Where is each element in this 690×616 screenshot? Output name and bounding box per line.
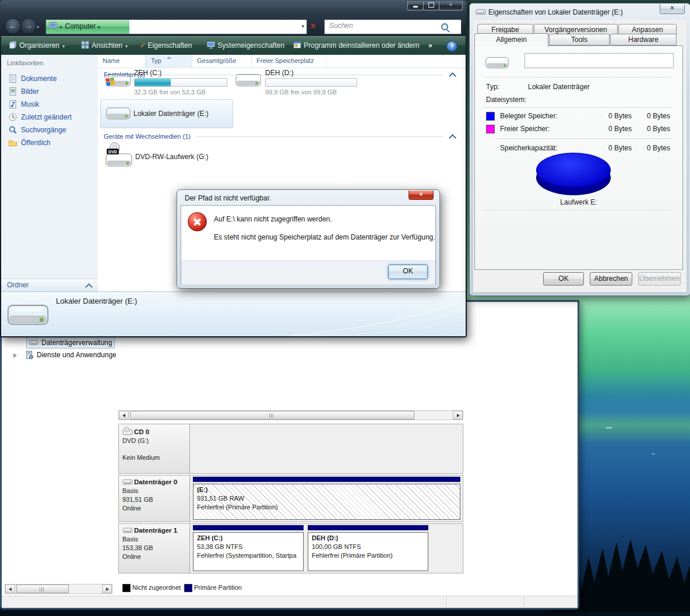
collapse-chevron-icon[interactable] — [449, 72, 456, 80]
breadcrumb[interactable]: ▸Computer▸ — [48, 20, 103, 33]
expander-icon[interactable] — [13, 353, 17, 358]
explorer-titlebar[interactable] — [0, 0, 467, 16]
status-bar — [2, 596, 578, 608]
free-space-swatch — [486, 125, 495, 133]
disk1-status: Online — [122, 552, 186, 561]
breadcrumb-sep-icon: ▸ — [60, 24, 63, 30]
cd0-media: Kein Medium — [122, 453, 186, 462]
tree-item-dienste[interactable]: Dienste und Anwendungen — [37, 351, 120, 359]
cd0-header[interactable]: CD 0 DVD (G:) Kein Medium — [119, 424, 190, 473]
partition-e[interactable]: (E:) 931,51 GB RAW Fehlerfrei (Primäre P… — [193, 477, 460, 520]
error-message-1: Auf E:\ kann nicht zugegriffen werden. — [214, 215, 332, 223]
column-header-name[interactable]: Name — [98, 55, 146, 68]
partition-legend: Nicht zugeordnet Primäre Partition — [118, 582, 578, 594]
scroll-right-arrow[interactable] — [453, 411, 463, 420]
sidebar-item-dokumente[interactable]: Dokumente — [1, 72, 98, 85]
views-button[interactable]: Ansichten▾ — [80, 36, 128, 55]
graph-h-scrollbar[interactable] — [118, 410, 463, 420]
stop-refresh-button[interactable]: × — [308, 20, 319, 33]
tab-allgemein[interactable]: Allgemein — [474, 33, 548, 47]
drive-e-item[interactable]: Lokaler Datenträger (E:) — [100, 99, 233, 128]
filesystem-label: Dateisystem: — [486, 96, 526, 104]
tree-h-scrollbar[interactable] — [5, 584, 112, 594]
ok-button[interactable]: OK — [388, 265, 428, 279]
scroll-thumb[interactable] — [130, 411, 414, 420]
scroll-thumb[interactable] — [16, 585, 69, 593]
drive-c-name[interactable]: ZEH (C:) — [134, 69, 161, 77]
legend-primary-swatch — [184, 584, 192, 592]
drive-d-name[interactable]: DEH (D:) — [265, 69, 294, 77]
volume-label-input[interactable] — [524, 53, 674, 68]
partition-d[interactable]: DEH (D:) 100,00 GB NTFS Fehlerfrei (Prim… — [308, 525, 428, 571]
help-button[interactable]: ? — [446, 41, 457, 52]
close-icon[interactable]: × — [660, 4, 685, 14]
cd0-row: CD 0 DVD (G:) Kein Medium — [118, 424, 463, 474]
forward-button[interactable]: → — [20, 18, 37, 34]
tree-item-label[interactable]: Datenträgerverwaltung — [41, 339, 112, 347]
breadcrumb-location[interactable]: Computer — [65, 22, 96, 30]
disk1-size: 153,38 GB — [122, 544, 186, 552]
system-properties-button[interactable]: Systemeigenschaften — [206, 36, 284, 55]
minimize-button[interactable] — [407, 1, 424, 10]
capacity-bytes2: 0 Bytes — [636, 144, 670, 152]
selected-drive-icon — [6, 299, 50, 332]
drive-c-icon — [105, 70, 132, 91]
disk1-name: Datenträger 1 — [134, 527, 177, 534]
details-title: Lokaler Datenträger (E:) — [56, 297, 137, 305]
partition-d-size: 100,00 GB NTFS — [312, 543, 424, 551]
drive-e-name[interactable]: Lokaler Datenträger (E:) — [133, 110, 209, 118]
address-bar[interactable]: ▸Computer▸ ▾ — [45, 19, 307, 34]
type-value: Lokaler Datenträger — [528, 83, 590, 91]
music-icon — [8, 100, 17, 109]
check-icon: ✓ — [140, 41, 146, 50]
folders-expander[interactable]: Ordner — [1, 279, 98, 291]
breadcrumb-sep-icon: ▸ — [98, 24, 101, 30]
organize-button[interactable]: Organisieren▾ — [8, 36, 65, 55]
tab-hardware[interactable]: Hardware — [610, 34, 677, 45]
free-space-label: Freier Speicher: — [500, 125, 550, 133]
cancel-button[interactable]: Abbrechen — [590, 272, 632, 286]
legend-unallocated-label: Nicht zugeordnet — [132, 582, 181, 593]
sidebar-item-musik[interactable]: Musik — [1, 98, 98, 111]
maximize-button[interactable] — [423, 1, 439, 10]
drive-g-name[interactable]: DVD-RW-Laufwerk (G:) — [135, 153, 209, 161]
disk1-header[interactable]: Datenträger 1 Basis 153,38 GB Online — [119, 524, 190, 573]
scroll-right-arrow[interactable] — [102, 585, 112, 593]
group-header-wechselmedien[interactable]: Geräte mit Wechselmedien (1) — [104, 133, 191, 140]
drive-icon-small — [476, 8, 486, 16]
scroll-left-arrow[interactable] — [119, 411, 129, 420]
search-icon[interactable] — [441, 23, 448, 30]
disk0-header[interactable]: Datenträger 0 Basis 931,51 GB Online — [119, 476, 190, 522]
nav-history-dropdown-icon[interactable]: ▾ — [37, 24, 39, 30]
search-input[interactable]: Suchen — [324, 19, 462, 34]
dropdown-icon: ▾ — [62, 44, 65, 49]
sidebar-item-suchvorgaenge[interactable]: Suchvorgänge — [1, 124, 98, 136]
sidebar-item-zuletzt-geaendert[interactable]: Zuletzt geändert — [1, 111, 98, 124]
uninstall-program-button[interactable]: Programm deinstallieren oder ändern — [293, 36, 419, 55]
column-header-gesamtgroesse[interactable]: Gesamtgröße — [192, 55, 252, 68]
partition-c[interactable]: ZEH (C:) 53,38 GB NTFS Fehlerfrei (Syste… — [193, 525, 304, 571]
sidebar-item-oeffentlich[interactable]: Öffentlich — [1, 136, 98, 149]
drive-c-free-space: 32,3 GB frei von 53,3 GB — [134, 89, 206, 96]
address-dropdown-icon[interactable]: ▾ — [301, 20, 304, 33]
free-space-bytes2: 0 Bytes — [636, 125, 670, 133]
free-space-bytes: 0 Bytes — [587, 125, 632, 133]
favorites-header: Linkfavoriten — [7, 59, 43, 66]
pictures-icon — [8, 87, 17, 96]
partition-color-stripe — [193, 477, 460, 482]
used-space-swatch — [486, 112, 495, 121]
group-divider — [152, 75, 443, 75]
properties-button[interactable]: ✓ Eigenschaften — [140, 36, 192, 55]
close-icon[interactable]: × — [409, 191, 434, 200]
column-header-freier-speicherplatz[interactable]: Freier Speicherplatz — [252, 55, 326, 68]
sidebar-item-bilder[interactable]: Bilder — [1, 85, 98, 98]
organize-icon — [8, 40, 17, 50]
collapse-chevron-icon[interactable] — [449, 134, 456, 142]
toolbar-overflow-icon[interactable]: » — [428, 36, 432, 55]
close-button[interactable]: × — [439, 1, 463, 10]
tab-tools[interactable]: Tools — [549, 34, 610, 45]
ok-button[interactable]: OK — [543, 272, 584, 286]
scroll-left-arrow[interactable] — [5, 585, 15, 593]
back-button[interactable]: ← — [5, 18, 21, 34]
used-space-bytes2: 0 Bytes — [636, 112, 670, 120]
